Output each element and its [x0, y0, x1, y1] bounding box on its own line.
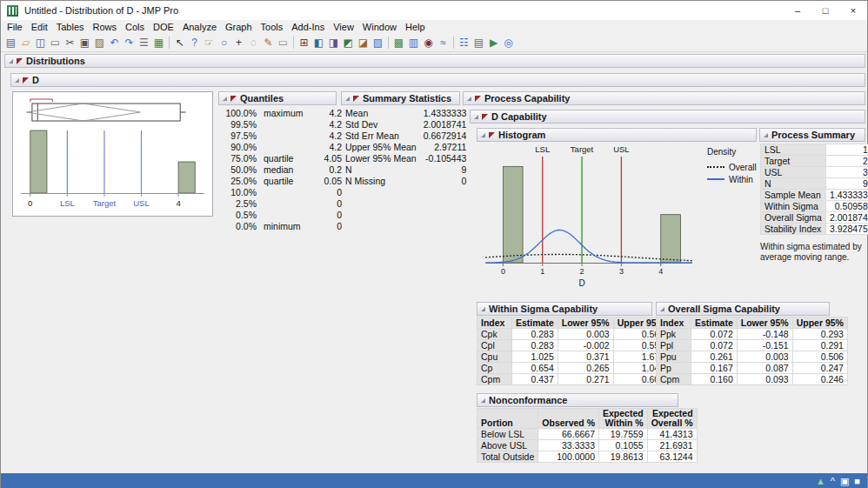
capability-index: Cpm [657, 374, 691, 385]
svg-text:4: 4 [176, 198, 180, 208]
collapse-icon[interactable] [764, 133, 768, 137]
profiler-icon[interactable]: ≈ [436, 36, 451, 50]
minimize-button[interactable]: – [784, 1, 811, 20]
nonconformance-portion: Above USL [477, 440, 538, 451]
menu-item-view[interactable]: View [329, 22, 358, 32]
search-icon[interactable]: ◎ [501, 36, 516, 50]
collapse-icon[interactable] [474, 115, 478, 119]
red-triangle-menu-icon[interactable] [230, 96, 237, 102]
help-tool-icon[interactable]: ? [187, 36, 202, 50]
menu-item-add-ins[interactable]: Add-Ins [287, 22, 329, 32]
matched-pairs-icon[interactable]: ◨ [326, 36, 341, 50]
redo-icon[interactable]: ↷ [122, 36, 137, 50]
data-table-window-icon[interactable]: ▦ [151, 36, 166, 50]
graph-builder-icon[interactable]: ▩ [391, 36, 406, 50]
col-header-index: Index [657, 318, 691, 329]
collapse-all-icon[interactable]: ^ [831, 477, 835, 486]
section-header-quantiles: Quantiles [218, 91, 337, 105]
collapse-icon[interactable] [15, 78, 19, 83]
summary-statistics-row: Upper 95% Mean 2.97211 [342, 141, 470, 152]
stat-value: 1.4333333 [420, 107, 471, 118]
red-triangle-menu-icon[interactable] [353, 96, 359, 102]
quantile-label: quartile [260, 152, 309, 164]
quantile-value: 4.2 [309, 107, 345, 118]
menu-item-analyze[interactable]: Analyze [178, 22, 221, 32]
collapse-icon[interactable] [481, 398, 485, 403]
save-icon[interactable]: ◫ [33, 36, 48, 50]
copy-icon[interactable]: ▣ [77, 36, 92, 50]
process-summary-row: N 9 [761, 178, 868, 190]
capability-lower: 0.093 [737, 374, 792, 385]
fit-model-icon[interactable]: ◩ [341, 36, 356, 50]
nonconformance-within: 19.7559 [599, 429, 648, 440]
quantile-label: maximum [260, 107, 309, 118]
process-summary-row: LSL 1 [761, 144, 868, 156]
distribution-plot[interactable]: 0LSLTargetUSL4 [13, 92, 212, 216]
journal-icon[interactable]: ☰ [137, 36, 151, 50]
collapse-icon[interactable] [467, 97, 471, 101]
menu-item-file[interactable]: File [3, 22, 27, 32]
menu-item-tables[interactable]: Tables [52, 22, 89, 32]
menu-item-window[interactable]: Window [358, 22, 401, 32]
window-layout-icon[interactable]: ▣ [840, 477, 849, 486]
collapse-icon[interactable] [481, 133, 485, 137]
menu-item-doe[interactable]: DOE [149, 22, 178, 32]
run-script-icon[interactable]: ▶ [486, 36, 501, 50]
nonconformance-portion: Total Outside [477, 451, 538, 463]
paste-icon[interactable]: ▨ [92, 36, 107, 50]
capability-histogram-plot[interactable]: LSLTargetUSL01234D [477, 143, 704, 292]
arrow-tool-icon[interactable]: ↖ [172, 36, 187, 50]
menu-item-help[interactable]: Help [401, 22, 430, 32]
grabber-tool-icon[interactable]: ☞ [202, 36, 217, 50]
window-list-icon[interactable]: ☷ [457, 36, 471, 50]
collapse-icon[interactable] [223, 97, 227, 101]
print-icon[interactable]: ▭ [48, 36, 63, 50]
close-button[interactable]: × [839, 1, 867, 20]
multivariate-icon[interactable]: ▧ [371, 36, 385, 50]
menu-item-cols[interactable]: Cols [121, 22, 149, 32]
scatterplot-icon[interactable]: ◉ [421, 36, 436, 50]
within-capability-row: Cp 0.654 0.265 1.049 [477, 363, 669, 374]
red-triangle-menu-icon[interactable] [17, 58, 23, 64]
menu-item-rows[interactable]: Rows [89, 22, 122, 32]
capability-estimate: 1.025 [512, 351, 558, 363]
brush-tool-icon[interactable]: ✎ [261, 36, 276, 50]
crosshair-tool-icon[interactable]: + [231, 36, 246, 50]
quantile-value: 0 [309, 186, 345, 197]
fit-y-by-x-icon[interactable]: ◧ [311, 36, 326, 50]
open-icon[interactable]: ▱ [18, 36, 33, 50]
modeling-icon[interactable]: ◪ [356, 36, 371, 50]
collapse-icon[interactable] [9, 59, 13, 64]
section-title-process-capability: Process Capability [484, 92, 570, 104]
cut-icon[interactable]: ✂ [63, 36, 77, 50]
zoom-tool-icon[interactable]: ○ [217, 36, 231, 50]
maximize-button[interactable]: □ [811, 1, 839, 20]
collapse-icon[interactable] [660, 307, 664, 311]
new-data-table-icon[interactable]: ▤ [3, 36, 18, 50]
undo-icon[interactable]: ↶ [107, 36, 122, 50]
capability-estimate: 0.261 [691, 351, 738, 363]
stat-label: N Missing [342, 175, 420, 186]
menu-item-graph[interactable]: Graph [221, 22, 257, 32]
lasso-tool-icon[interactable]: ◌ [246, 36, 261, 50]
nonconformance-overall: 41.4313 [647, 429, 697, 440]
grip-box-icon[interactable]: ■ [854, 477, 860, 486]
collapse-icon[interactable] [345, 97, 350, 101]
chart-icon[interactable]: ▥ [406, 36, 421, 50]
menu-item-edit[interactable]: Edit [27, 22, 52, 32]
overall-sigma-capability-table: Index Estimate Lower 95% Upper 95% Ppk 0… [656, 317, 848, 385]
distribution-graph[interactable]: 0LSLTargetUSL4 [12, 91, 213, 217]
red-triangle-menu-icon[interactable] [475, 96, 481, 102]
log-window-icon[interactable]: ▤ [471, 36, 486, 50]
quantiles-row: 100.0% maximum 4.2 [220, 107, 345, 118]
distribution-platform-icon[interactable]: ⊞ [297, 36, 311, 50]
eraser-tool-icon[interactable]: ▭ [276, 36, 290, 50]
collapse-icon[interactable] [481, 307, 485, 311]
menu-item-tools[interactable]: Tools [257, 22, 288, 32]
scroll-top-icon[interactable]: ▲ [816, 477, 825, 486]
red-triangle-menu-icon[interactable] [489, 132, 495, 138]
red-triangle-menu-icon[interactable] [23, 77, 29, 84]
separator [453, 37, 454, 49]
separator [293, 37, 294, 49]
red-triangle-menu-icon[interactable] [482, 114, 488, 120]
